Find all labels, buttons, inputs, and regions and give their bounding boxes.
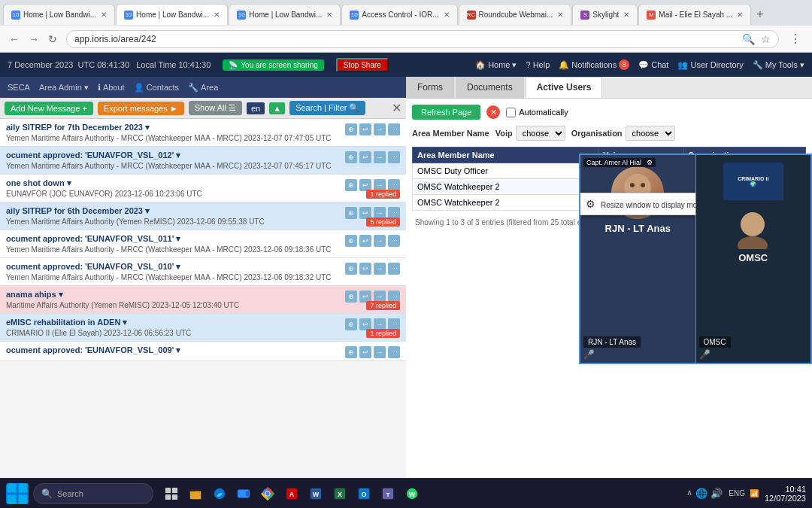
tab-3[interactable]: 10 Home | Low Bandwi... ✕ [229,4,341,25]
tab-close-5[interactable]: ✕ [557,11,563,19]
edge-browser-button[interactable] [209,483,230,504]
outlook-button[interactable]: O [353,483,374,504]
stop-share-button[interactable]: Stop Share [336,58,389,72]
chrome-button[interactable] [257,483,278,504]
back-button[interactable]: ← [6,32,23,47]
tab-active-users[interactable]: Active Users [526,77,603,98]
tab-documents[interactable]: Documents [456,77,524,98]
refresh-page-button[interactable]: Refresh Page [412,105,480,120]
lang-up-button[interactable]: ▲ [269,102,285,114]
msg-action-icon-6[interactable]: ⊕ [345,263,357,275]
msg-reply-icon-2[interactable]: ↩ [359,151,371,163]
show-all-button[interactable]: Show All ☰ [189,101,242,115]
area-admin-link[interactable]: Area Admin ▾ [39,83,89,93]
add-new-message-button[interactable]: Add New Message + [5,102,93,115]
msg-action-icon-5[interactable]: ⊕ [345,235,357,247]
extensions-icon[interactable]: ⋮ [789,32,801,46]
user-directory-link[interactable]: 👥 User Directory [677,60,743,70]
notifications-link[interactable]: 🔔 Notifications 8 [559,59,629,70]
close-filter-button[interactable]: ✕ [392,101,401,115]
msg-reply-icon-5[interactable]: ↩ [359,235,371,247]
message-item-2[interactable]: ocument approved: 'EUNAVFOR_VSL_012' ▾ Y… [0,147,406,175]
msg-forward-icon-9[interactable]: → [374,346,386,358]
org-select[interactable]: choose [626,126,675,141]
tab-4[interactable]: 10 Access Control - IOR... ✕ [341,4,457,25]
message-item-8[interactable]: eMISC rehabilitation in ADEN ▾ CRIMARIO … [0,314,406,342]
wifi-icon: 📶 [750,489,759,497]
msg-action-icon-4[interactable]: ⊕ [345,207,357,219]
msg-forward-icon-5[interactable]: → [374,235,386,247]
msg-more-icon-2[interactable]: ⋯ [388,151,400,163]
message-item-5[interactable]: ocument approved: 'EUNAVFOR_VSL_011' ▾ Y… [0,230,406,258]
gear-icon[interactable]: ⚙ [647,159,653,166]
whatsapp-button[interactable]: W [401,483,423,504]
auto-refresh-label: Automatically [506,108,568,117]
close-refresh-button[interactable]: ✕ [486,105,500,119]
msg-more-icon[interactable]: ⋯ [388,123,400,135]
area-link[interactable]: 🔧 Area [188,83,218,93]
my-tools-link[interactable]: 🔧 My Tools ▾ [753,60,804,70]
export-messages-button[interactable]: Export messages ► [98,102,184,115]
teams-button[interactable]: T [377,483,398,504]
new-tab-button[interactable]: + [752,6,768,23]
reload-button[interactable]: ↻ [45,32,60,47]
msg-forward-icon-6[interactable]: → [374,263,386,275]
word-button[interactable]: W [305,483,326,504]
tab-close-2[interactable]: ✕ [214,11,220,19]
chat-link[interactable]: 💬 Chat [638,60,668,70]
volume-icon[interactable]: 🔊 [710,488,723,499]
msg-more-icon-5[interactable]: ⋯ [388,235,400,247]
tab-close-6[interactable]: ✕ [623,11,629,19]
forward-button[interactable]: → [26,32,42,47]
about-link[interactable]: ℹ About [98,83,125,93]
home-link[interactable]: 🏠 Home ▾ [475,60,517,70]
tab-2[interactable]: 10 Home | Low Bandwi... ✕ [116,4,228,25]
tab-forms[interactable]: Forms [406,77,454,98]
message-item-9[interactable]: ocument approved: 'EUNAVFOR_VSL_009' ▾ ⊕… [0,342,406,361]
up-arrow-icon[interactable]: ∧ [686,488,692,499]
svg-rect-8 [8,483,17,492]
tab-5[interactable]: RC Roundcube Webmai... ✕ [459,4,572,25]
tab-6[interactable]: S Skylight ✕ [572,4,638,25]
msg-forward-icon[interactable]: → [374,123,386,135]
msg-action-icon[interactable]: ⊕ [345,123,357,135]
tab-1[interactable]: 10 Home | Low Bandwi... ✕ [3,4,115,25]
search-filter-button[interactable]: Search | Filter 🔍 [289,101,365,115]
tab-title-7: Mail - Elie El Sayah ... [659,11,732,19]
msg-action-icon-3[interactable]: ⊕ [345,179,357,191]
msg-reply-icon-9[interactable]: ↩ [359,346,371,358]
auto-refresh-checkbox[interactable] [506,108,516,117]
start-button[interactable] [6,483,29,504]
file-explorer-button[interactable] [185,483,206,504]
help-link[interactable]: ? Help [526,60,550,69]
message-item-7[interactable]: anama ahips ▾ Maritime Affairs Authority… [0,286,406,314]
msg-forward-icon-2[interactable]: → [374,151,386,163]
tab-close-4[interactable]: ✕ [444,11,450,19]
excel-button[interactable]: X [329,483,350,504]
zoom-button[interactable] [233,483,254,504]
msg-action-icon-8[interactable]: ⊕ [345,318,357,330]
msg-more-icon-9[interactable]: ⋯ [388,346,400,358]
msg-reply-icon[interactable]: ↩ [359,123,371,135]
msg-action-icon-9[interactable]: ⊕ [345,346,357,358]
tab-7[interactable]: M Mail - Elie El Sayah ... ✕ [638,4,751,25]
search-bar[interactable]: 🔍 Search [33,483,153,504]
msg-icons-1: ⊕ ↩ → ⋯ [345,123,400,135]
message-item-4[interactable]: aily SITREP for 6th December 2023 ▾ Yeme… [0,202,406,230]
tab-close-3[interactable]: ✕ [326,11,332,19]
acrobat-button[interactable]: A [281,483,302,504]
msg-action-icon-7[interactable]: ⊕ [345,291,357,303]
task-view-button[interactable] [161,483,182,504]
voip-select[interactable]: choose [516,126,565,141]
msg-reply-icon-6[interactable]: ↩ [359,263,371,275]
message-item-3[interactable]: one shot down ▾ EUNAVFOR (JOC EUNAVFOR) … [0,175,406,202]
tab-close-1[interactable]: ✕ [101,11,107,19]
message-item-6[interactable]: ocument approved: 'EUNAVFOR_VSL_010' ▾ Y… [0,258,406,286]
msg-action-icon-2[interactable]: ⊕ [345,151,357,163]
tab-close-7[interactable]: ✕ [737,11,743,19]
contacts-link[interactable]: 👤 Contacts [134,83,179,93]
message-item-1[interactable]: aily SITREP for 7th December 2023 ▾ Yeme… [0,119,406,147]
url-bar[interactable]: app.ioris.io/area/242 🔍 ☆ [66,30,779,48]
network-icon[interactable]: 🌐 [695,488,707,499]
msg-more-icon-6[interactable]: ⋯ [388,263,400,275]
